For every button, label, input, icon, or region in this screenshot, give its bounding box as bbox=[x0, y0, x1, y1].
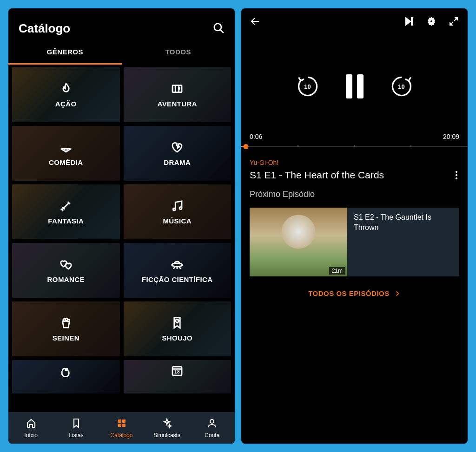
time-row: 0:06 20:09 bbox=[241, 133, 468, 140]
genre-card-broken-heart[interactable]: DRAMA bbox=[124, 126, 231, 181]
nav-label: Listas bbox=[69, 432, 83, 439]
rewind-seconds: 10 bbox=[304, 83, 311, 90]
svg-point-0 bbox=[214, 23, 221, 30]
forward-seconds: 10 bbox=[398, 83, 404, 90]
sparkle-icon bbox=[161, 418, 172, 430]
nav-label: Simulcasts bbox=[153, 432, 180, 439]
nav-grid[interactable]: Catálogo bbox=[99, 412, 144, 444]
player-topbar bbox=[241, 8, 468, 31]
genre-card[interactable] bbox=[12, 360, 120, 393]
nav-label: Início bbox=[24, 432, 38, 439]
player-controls: 10 10 bbox=[241, 40, 468, 133]
genre-label: DRAMA bbox=[164, 158, 191, 166]
ufo-icon bbox=[170, 257, 184, 273]
svg-line-10 bbox=[62, 203, 69, 210]
genre-card-ufo[interactable]: FICÇÃO CIENTÍFICA bbox=[124, 243, 231, 298]
genre-label: SEINEN bbox=[53, 334, 79, 342]
map-icon bbox=[170, 82, 184, 97]
sword-icon bbox=[59, 199, 73, 214]
genre-card-map[interactable]: AVENTURA bbox=[124, 67, 231, 122]
next-episode-label: Próximo Episódio bbox=[250, 190, 459, 199]
genre-card-bookmark-heart[interactable]: SHOUJO bbox=[124, 301, 231, 356]
search-icon[interactable] bbox=[212, 22, 225, 36]
bookmark-heart-icon bbox=[170, 316, 184, 331]
genre-label: ROMANCE bbox=[47, 275, 85, 283]
popcorn-icon bbox=[59, 316, 73, 331]
next-episode-duration: 21m bbox=[329, 267, 345, 275]
home-icon bbox=[26, 418, 37, 430]
player-screen: 10 10 0:06 20:09 Yu-Gi-Oh! S1 E1 - The H… bbox=[241, 8, 468, 444]
genre-label: AVENTURA bbox=[158, 100, 197, 108]
svg-point-14 bbox=[173, 208, 176, 210]
nav-label: Conta bbox=[205, 432, 219, 439]
genre-card-popcorn[interactable]: SEINEN bbox=[12, 301, 120, 356]
episode-title: S1 E1 - The Heart of the Cards bbox=[250, 170, 384, 181]
genre-label: AÇÃO bbox=[55, 100, 77, 108]
forward-10-button[interactable]: 10 bbox=[390, 74, 414, 98]
fire-icon bbox=[59, 82, 73, 97]
time-total: 20:09 bbox=[443, 133, 459, 140]
more-options-icon[interactable] bbox=[454, 169, 459, 181]
genre-card[interactable]: 18 bbox=[124, 360, 231, 393]
grid-icon bbox=[116, 418, 127, 430]
tab-all[interactable]: TODOS bbox=[122, 40, 235, 65]
svg-point-34 bbox=[430, 20, 433, 23]
svg-line-1 bbox=[220, 30, 224, 33]
seek-bar[interactable] bbox=[241, 142, 468, 151]
pause-button[interactable] bbox=[346, 74, 364, 98]
nav-sparkle[interactable]: Simulcasts bbox=[144, 412, 189, 444]
genre-label: FANTASIA bbox=[48, 217, 84, 225]
series-name[interactable]: Yu-Gi-Oh! bbox=[250, 159, 459, 166]
svg-point-30 bbox=[210, 419, 214, 423]
all-episodes-button[interactable]: TODOS OS EPISÓDIOS bbox=[241, 289, 468, 297]
bookmark-icon bbox=[71, 418, 82, 430]
bottom-nav: InícioListasCatálogoSimulcastsConta bbox=[8, 412, 235, 444]
genre-label: SHOUJO bbox=[162, 334, 192, 342]
chevron-right-icon bbox=[394, 290, 401, 297]
genre-label: FICÇÃO CIENTÍFICA bbox=[142, 275, 213, 283]
next-episode-thumbnail: 21m bbox=[250, 208, 347, 276]
calendar-icon: 18 bbox=[170, 364, 184, 379]
svg-rect-29 bbox=[122, 424, 126, 427]
svg-marker-32 bbox=[406, 18, 410, 25]
hearts-icon bbox=[59, 257, 73, 273]
tab-genres[interactable]: GÊNEROS bbox=[8, 40, 122, 65]
genre-tabs: GÊNEROS TODOS bbox=[8, 40, 235, 65]
svg-line-17 bbox=[174, 267, 175, 269]
broken-heart-icon bbox=[170, 140, 184, 156]
genre-card-hearts[interactable]: ROMANCE bbox=[12, 243, 120, 298]
nav-bookmark[interactable]: Listas bbox=[53, 412, 99, 444]
genre-label: COMÉDIA bbox=[49, 158, 83, 166]
account-icon bbox=[206, 418, 218, 430]
nav-account[interactable]: Conta bbox=[190, 412, 235, 444]
rewind-10-button[interactable]: 10 bbox=[296, 74, 320, 98]
fullscreen-icon[interactable] bbox=[448, 16, 459, 29]
genre-card-fire[interactable]: AÇÃO bbox=[12, 67, 120, 122]
genre-list[interactable]: AÇÃOAVENTURACOMÉDIADRAMAFANTASIAMÚSICARO… bbox=[8, 65, 235, 412]
genre-card-sword[interactable]: FANTASIA bbox=[12, 184, 120, 239]
nav-label: Catálogo bbox=[110, 432, 132, 439]
all-episodes-label: TODOS OS EPISÓDIOS bbox=[308, 289, 390, 297]
back-icon[interactable] bbox=[250, 16, 261, 29]
svg-line-19 bbox=[179, 267, 181, 269]
settings-icon[interactable] bbox=[426, 16, 437, 29]
catalog-screen: Catálogo GÊNEROS TODOS AÇÃOAVENTURACOMÉD… bbox=[8, 8, 235, 444]
svg-rect-2 bbox=[172, 85, 182, 92]
svg-rect-26 bbox=[118, 419, 121, 423]
svg-text:18: 18 bbox=[174, 369, 180, 374]
nav-home[interactable]: Início bbox=[8, 412, 53, 444]
catalog-header: Catálogo bbox=[8, 8, 235, 40]
genre-card-music[interactable]: MÚSICA bbox=[124, 184, 231, 239]
time-elapsed: 0:06 bbox=[250, 133, 262, 140]
svg-rect-28 bbox=[118, 424, 121, 427]
fist-icon bbox=[59, 364, 73, 379]
svg-point-15 bbox=[179, 207, 182, 210]
next-episode-title: S1 E2 - The Gauntlet Is Thrown bbox=[347, 208, 459, 276]
svg-rect-27 bbox=[122, 419, 126, 423]
genre-card-fan[interactable]: COMÉDIA bbox=[12, 126, 120, 181]
fan-icon bbox=[59, 140, 73, 156]
next-episode-card[interactable]: 21m S1 E2 - The Gauntlet Is Thrown bbox=[250, 208, 459, 276]
svg-rect-33 bbox=[411, 18, 413, 25]
genre-label: MÚSICA bbox=[163, 217, 192, 225]
skip-next-icon[interactable] bbox=[403, 16, 415, 29]
